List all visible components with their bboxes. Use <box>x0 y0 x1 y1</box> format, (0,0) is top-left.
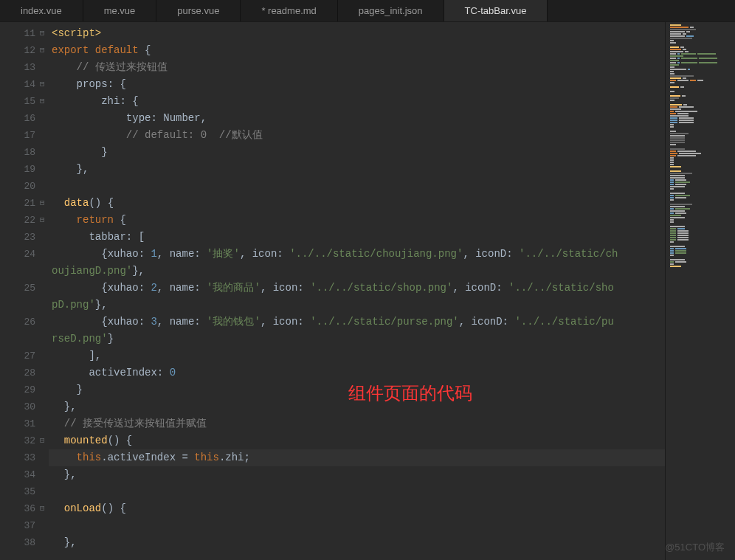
code-line[interactable]: data() { <box>49 195 665 212</box>
fold-gutter[interactable]: ⊟⊟⊟⊟⊟⊟⊟⊟ <box>40 22 49 560</box>
code-line[interactable]: {xuhao: 2, name: '我的商品', icon: '../../st… <box>49 280 665 297</box>
code-line[interactable]: mounted() { <box>49 432 665 449</box>
code-line[interactable]: <script> <box>49 25 665 42</box>
code-area[interactable]: <script>export default { // 传送过来按钮值 prop… <box>49 22 665 560</box>
code-line[interactable]: return { <box>49 212 665 229</box>
code-line[interactable]: type: Number, <box>49 110 665 127</box>
code-line[interactable]: oujiangD.png'}, <box>49 263 665 280</box>
watermark: @51CTO博客 <box>665 541 725 554</box>
minimap[interactable] <box>665 22 735 560</box>
code-line[interactable] <box>49 483 665 500</box>
code-line[interactable]: // 传送过来按钮值 <box>49 59 665 76</box>
tab[interactable]: TC-tabBar.vue <box>444 0 548 21</box>
code-line[interactable]: pD.png'}, <box>49 297 665 314</box>
code-line[interactable]: zhi: { <box>49 93 665 110</box>
code-line[interactable]: tabbar: [ <box>49 229 665 246</box>
code-editor[interactable]: 1112131415161718192021222324252627282930… <box>0 22 665 560</box>
code-line[interactable] <box>49 517 665 534</box>
tab[interactable]: pages_init.json <box>338 0 444 21</box>
code-line[interactable]: }, <box>49 466 665 483</box>
code-line[interactable]: // default: 0 //默认值 <box>49 127 665 144</box>
code-line[interactable]: props: { <box>49 76 665 93</box>
code-line[interactable]: rseD.png'} <box>49 331 665 348</box>
tab[interactable]: purse.vue <box>156 0 241 21</box>
tab[interactable]: me.vue <box>83 0 157 21</box>
code-line[interactable]: export default { <box>49 42 665 59</box>
code-line[interactable]: {xuhao: 1, name: '抽奖', icon: '../../stat… <box>49 246 665 263</box>
code-line[interactable]: }, <box>49 534 665 551</box>
tab[interactable]: index.vue <box>0 0 83 21</box>
code-line[interactable]: activeIndex: 0 <box>49 364 665 381</box>
code-line[interactable]: } <box>49 381 665 398</box>
code-line[interactable]: ], <box>49 348 665 364</box>
editor-wrap: 1112131415161718192021222324252627282930… <box>0 22 735 560</box>
code-line[interactable]: }, <box>49 161 665 178</box>
code-line[interactable]: }, <box>49 398 665 415</box>
code-line[interactable]: this.activeIndex = this.zhi; <box>49 449 665 466</box>
line-gutter: 1112131415161718192021222324252627282930… <box>0 22 40 560</box>
code-line[interactable] <box>49 178 665 195</box>
code-line[interactable]: } <box>49 144 665 161</box>
editor-tabs: index.vueme.vuepurse.vue* readme.mdpages… <box>0 0 735 22</box>
code-line[interactable]: // 接受传送过来按钮值并赋值 <box>49 415 665 432</box>
tab[interactable]: * readme.md <box>241 0 337 21</box>
code-line[interactable]: onLoad() { <box>49 500 665 517</box>
code-line[interactable]: {xuhao: 3, name: '我的钱包', icon: '../../st… <box>49 314 665 331</box>
